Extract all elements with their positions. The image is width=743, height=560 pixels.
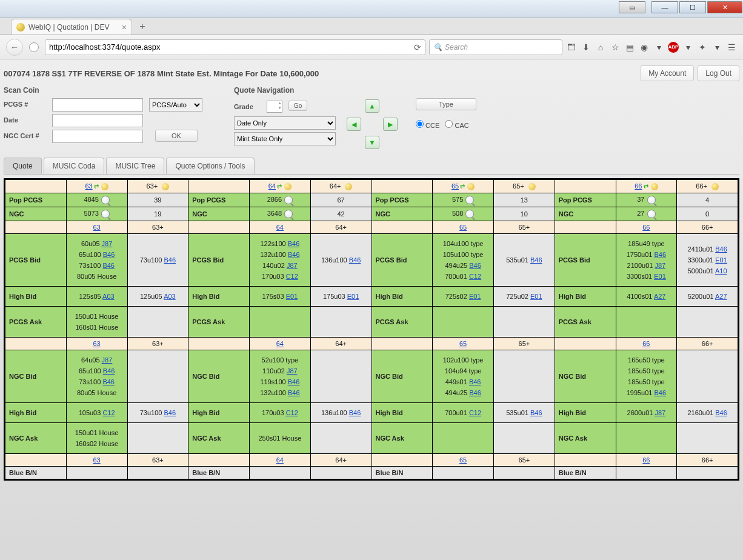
abp-icon[interactable]: ABP <box>668 42 679 53</box>
log-out-button[interactable]: Log Out <box>698 65 739 81</box>
dealer-link[interactable]: C12 <box>286 273 298 280</box>
reload-icon[interactable]: ⟳ <box>414 42 421 52</box>
dealer-link[interactable]: J87 <box>102 356 113 364</box>
magnify-icon[interactable] <box>647 196 656 204</box>
cac-radio[interactable]: CAC <box>445 122 468 129</box>
cce-radio[interactable]: CCE <box>416 122 439 129</box>
dealer-link[interactable]: C12 <box>469 409 481 416</box>
window-minimize-button[interactable]: — <box>651 1 678 13</box>
puzzle-icon[interactable]: ✦ <box>697 42 708 53</box>
tab-close-icon[interactable]: × <box>122 22 127 32</box>
dealer-link[interactable]: A03 <box>102 293 115 300</box>
dealer-link[interactable]: E01 <box>286 293 298 300</box>
dealer-link[interactable]: J87 <box>655 409 665 416</box>
dealer-link[interactable]: B46 <box>103 251 115 258</box>
dealer-link[interactable]: J87 <box>102 240 113 247</box>
dealer-link[interactable]: B46 <box>349 256 361 264</box>
dealer-link[interactable]: E01 <box>530 293 542 300</box>
tab-music-coda[interactable]: MUSIC Coda <box>44 158 105 174</box>
dealer-link[interactable]: A10 <box>715 267 727 275</box>
grade-link[interactable]: 63 <box>93 340 101 347</box>
nav-down-button[interactable]: ▼ <box>365 136 379 149</box>
dealer-link[interactable]: J87 <box>287 262 298 269</box>
dealer-link[interactable]: B46 <box>102 378 115 385</box>
dealer-link[interactable]: B46 <box>469 389 481 396</box>
swap-icon[interactable]: ⇄ <box>460 183 465 190</box>
grade-link[interactable]: 64 <box>268 182 276 190</box>
window-maximize-button[interactable]: ☐ <box>679 1 706 13</box>
grade-link[interactable]: 65 <box>459 340 467 347</box>
magnify-icon[interactable] <box>465 196 474 204</box>
back-button[interactable]: ← <box>6 39 23 56</box>
toolbar-save-icon[interactable]: 🗔 <box>566 42 577 53</box>
dealer-link[interactable]: B46 <box>469 262 481 269</box>
magnify-icon[interactable] <box>101 196 110 204</box>
dealer-link[interactable]: J87 <box>655 262 665 269</box>
dealer-link[interactable]: B46 <box>655 251 667 258</box>
dealer-link[interactable]: B46 <box>102 262 115 269</box>
go-button[interactable]: Go <box>288 101 307 111</box>
dealer-link[interactable]: B46 <box>469 378 481 385</box>
dealer-link[interactable]: B46 <box>288 251 300 258</box>
dealer-link[interactable]: B46 <box>288 378 300 385</box>
window-close-button[interactable]: ✕ <box>707 1 742 13</box>
grade-link[interactable]: 63 <box>85 182 93 190</box>
dealer-link[interactable]: C12 <box>286 409 298 416</box>
menu-icon[interactable]: ☰ <box>726 42 737 53</box>
url-input[interactable] <box>49 42 411 52</box>
dealer-link[interactable]: B46 <box>715 409 727 416</box>
dropdown-icon[interactable]: ▾ <box>653 42 664 53</box>
dealer-link[interactable]: C12 <box>102 409 115 416</box>
ok-button[interactable]: OK <box>155 130 198 142</box>
dropdown3-icon[interactable]: ▾ <box>711 42 722 53</box>
grade-link[interactable]: 65 <box>459 456 467 464</box>
grade-link[interactable]: 65 <box>451 182 459 190</box>
url-bar[interactable]: ⟳ <box>45 39 425 55</box>
search-box[interactable]: 🔍 Search <box>429 39 562 55</box>
downloads-icon[interactable]: ⬇ <box>581 42 591 53</box>
dealer-link[interactable]: E01 <box>654 273 666 280</box>
dealer-link[interactable]: A27 <box>715 293 727 300</box>
magnify-icon[interactable] <box>284 196 293 204</box>
grade-link[interactable]: 64 <box>276 340 284 347</box>
grade-link[interactable]: 66 <box>642 456 650 464</box>
nav-right-button[interactable]: ▶ <box>383 118 398 131</box>
my-account-button[interactable]: My Account <box>641 65 694 81</box>
grade-link[interactable]: 63 <box>93 456 101 464</box>
grade-link[interactable]: 65 <box>459 224 467 231</box>
magnify-icon[interactable] <box>465 210 474 218</box>
dealer-link[interactable]: E01 <box>469 293 481 300</box>
pcgs-input[interactable] <box>52 98 143 112</box>
dealer-link[interactable]: B46 <box>288 240 300 247</box>
pcgs-auto-select[interactable]: PCGS/Auto <box>149 98 202 112</box>
dealer-link[interactable]: B46 <box>655 389 667 396</box>
dealer-link[interactable]: B46 <box>164 256 176 264</box>
swap-icon[interactable]: ⇄ <box>94 183 99 190</box>
home-icon[interactable]: ⌂ <box>595 42 606 53</box>
extension-icon[interactable]: ◉ <box>639 42 650 53</box>
grade-link[interactable]: 66 <box>642 224 650 231</box>
dealer-link[interactable]: J87 <box>287 367 298 375</box>
nav-left-button[interactable]: ◀ <box>347 118 361 131</box>
tab-quote-options[interactable]: Quote Options / Tools <box>166 158 254 174</box>
dealer-link[interactable]: B46 <box>349 409 361 416</box>
date-only-select[interactable]: Date Only <box>234 116 336 130</box>
tab-quote[interactable]: Quote <box>4 158 42 174</box>
dealer-link[interactable]: A03 <box>164 293 176 300</box>
new-tab-button[interactable]: + <box>136 21 149 33</box>
dealer-link[interactable]: B46 <box>288 389 300 396</box>
type-button[interactable]: Type <box>416 98 476 110</box>
magnify-icon[interactable] <box>101 210 110 218</box>
date-input[interactable] <box>52 114 143 127</box>
tab-music-tree[interactable]: MUSIC Tree <box>106 158 164 174</box>
dealer-link[interactable]: B46 <box>530 409 542 416</box>
mint-state-select[interactable]: Mint State Only <box>234 132 336 145</box>
dealer-link[interactable]: B46 <box>103 367 115 375</box>
dealer-link[interactable]: C12 <box>469 273 481 280</box>
swap-icon[interactable]: ⇄ <box>277 183 282 190</box>
grade-link[interactable]: 64 <box>276 456 284 464</box>
magnify-icon[interactable] <box>284 210 293 218</box>
swap-icon[interactable]: ⇄ <box>644 183 648 190</box>
dealer-link[interactable]: B46 <box>530 256 542 264</box>
dealer-link[interactable]: E01 <box>347 293 359 300</box>
